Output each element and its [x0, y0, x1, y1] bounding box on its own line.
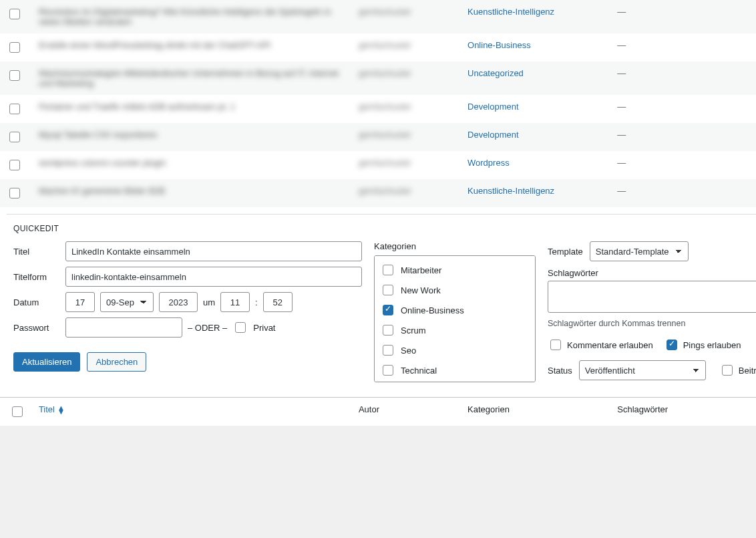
- post-comments: —: [753, 33, 756, 61]
- row-select-checkbox[interactable]: [9, 104, 20, 114]
- category-checkbox[interactable]: [383, 285, 393, 295]
- row-select-checkbox[interactable]: [9, 160, 20, 170]
- post-author[interactable]: gerritschuster: [359, 7, 411, 17]
- post-author[interactable]: gerritschuster: [359, 130, 411, 140]
- category-item[interactable]: New Work: [380, 280, 530, 300]
- template-select[interactable]: Standard-Template: [590, 241, 689, 261]
- post-title[interactable]: Portainer und Traefik mittels kDB aufmer…: [39, 102, 235, 112]
- post-tags: —: [610, 179, 753, 207]
- password-input[interactable]: [65, 317, 182, 338]
- post-title[interactable]: wordpress column counter plugin: [39, 158, 166, 168]
- post-category-link[interactable]: Online-Business: [467, 40, 531, 50]
- category-item[interactable]: Seo: [380, 340, 530, 360]
- table-row: Erstelle einen WordPressbeitrag direkt m…: [0, 33, 756, 61]
- post-comments: —: [753, 179, 756, 207]
- row-select-checkbox[interactable]: [9, 132, 20, 142]
- date-day-input[interactable]: [65, 292, 95, 312]
- column-author: Autor: [352, 398, 461, 426]
- table-row: Revolution im Digitalmarketing? Wie Küns…: [0, 0, 756, 33]
- label-sticky: Beitrag: [739, 366, 756, 376]
- table-row: Mysql Tabelle CSV exportierengerritschus…: [0, 123, 756, 151]
- post-title[interactable]: Erstelle einen WordPressbeitrag direkt m…: [39, 40, 270, 50]
- sticky-checkbox[interactable]: [722, 365, 733, 376]
- update-button[interactable]: Aktualisieren: [13, 352, 80, 372]
- post-comments: —: [753, 0, 756, 33]
- post-author[interactable]: gerritschuster: [359, 40, 411, 50]
- category-label: New Work: [401, 285, 441, 295]
- category-item[interactable]: Technical: [380, 360, 530, 380]
- category-label: Technical: [401, 366, 437, 376]
- quick-edit-panel: QUICKEDIT Titel Titelform Datum: [7, 214, 756, 390]
- comments-checkbox[interactable]: [550, 340, 561, 350]
- post-title[interactable]: Machen KI generierte Bilder B2B: [39, 186, 165, 196]
- post-tags: —: [610, 33, 753, 61]
- category-checkbox[interactable]: [383, 345, 393, 356]
- category-item[interactable]: Online-Business: [380, 300, 530, 320]
- post-category-link[interactable]: Wordpress: [467, 158, 510, 168]
- column-categories: Kategorien: [461, 398, 610, 426]
- label-date: Datum: [13, 297, 65, 307]
- category-item[interactable]: Mitarbeiter: [380, 260, 530, 280]
- label-title: Titel: [13, 247, 65, 257]
- category-list[interactable]: MitarbeiterNew WorkOnline-BusinessScrumS…: [374, 255, 536, 382]
- post-category-link[interactable]: Development: [467, 102, 519, 112]
- row-select-checkbox[interactable]: [9, 42, 20, 53]
- quickedit-heading: QUICKEDIT: [13, 224, 756, 233]
- post-title[interactable]: Wachstumsstrategien Mittelständischer Un…: [39, 68, 339, 88]
- post-author[interactable]: gerritschuster: [359, 186, 411, 196]
- date-hour-input[interactable]: [220, 292, 250, 312]
- post-category-link[interactable]: Kuenstliche-Intelligenz: [467, 186, 554, 196]
- table-row: Machen KI generierte Bilder B2Bgerritsch…: [0, 179, 756, 207]
- post-comments: —: [753, 95, 756, 123]
- category-checkbox[interactable]: [383, 265, 393, 275]
- column-title-sort[interactable]: Titel ▲▼: [39, 404, 65, 414]
- post-comments: —: [753, 123, 756, 151]
- date-month-select[interactable]: 09-Sep: [100, 292, 154, 312]
- post-tags: —: [610, 151, 753, 179]
- label-template: Template: [548, 247, 583, 257]
- date-year-input[interactable]: [159, 292, 198, 312]
- post-author[interactable]: gerritschuster: [359, 68, 411, 78]
- pings-checkbox[interactable]: [667, 340, 677, 350]
- post-category-link[interactable]: Uncategorized: [467, 68, 524, 78]
- post-tags: —: [610, 123, 753, 151]
- post-comments: —: [753, 151, 756, 179]
- post-title[interactable]: Revolution im Digitalmarketing? Wie Küns…: [39, 7, 331, 27]
- label-private: Privat: [253, 323, 275, 333]
- select-all-footer-checkbox[interactable]: [12, 406, 23, 417]
- row-select-checkbox[interactable]: [9, 188, 20, 198]
- posts-table: Revolution im Digitalmarketing? Wie Küns…: [0, 0, 756, 426]
- category-item[interactable]: Tools: [380, 380, 530, 382]
- post-category-link[interactable]: Development: [467, 130, 519, 140]
- label-tags: Schlagwörter: [548, 268, 756, 278]
- category-item[interactable]: Scrum: [380, 320, 530, 340]
- category-label: Mitarbeiter: [401, 265, 441, 275]
- category-label: Scrum: [401, 325, 426, 335]
- table-row: Portainer und Traefik mittels kDB aufmer…: [0, 95, 756, 123]
- label-at: um: [203, 297, 215, 307]
- label-pings: Pings erlauben: [683, 340, 741, 350]
- category-label: Seo: [401, 346, 416, 356]
- post-category-link[interactable]: Kuenstliche-Intelligenz: [467, 7, 554, 17]
- private-checkbox[interactable]: [235, 322, 246, 333]
- title-input[interactable]: [65, 241, 362, 261]
- tags-hint: Schlagwörter durch Kommas trennen: [548, 319, 756, 328]
- cancel-button[interactable]: Abbrechen: [87, 352, 146, 372]
- date-minute-input[interactable]: [263, 292, 293, 312]
- post-author[interactable]: gerritschuster: [359, 158, 411, 168]
- time-colon: :: [255, 297, 258, 307]
- table-row: Wachstumsstrategien Mittelständischer Un…: [0, 61, 756, 95]
- row-select-checkbox[interactable]: [9, 9, 20, 19]
- category-checkbox[interactable]: [383, 325, 393, 335]
- slug-input[interactable]: [65, 267, 362, 287]
- category-checkbox[interactable]: [383, 365, 393, 376]
- category-checkbox[interactable]: [383, 305, 393, 315]
- post-title[interactable]: Mysql Tabelle CSV exportieren: [39, 130, 158, 140]
- status-select[interactable]: Veröffentlicht: [579, 360, 706, 380]
- label-password: Passwort: [13, 323, 65, 333]
- column-tags: Schlagwörter: [610, 398, 753, 426]
- post-author[interactable]: gerritschuster: [359, 102, 411, 112]
- row-select-checkbox[interactable]: [9, 70, 20, 81]
- tags-textarea[interactable]: [548, 281, 756, 313]
- post-tags: —: [610, 61, 753, 95]
